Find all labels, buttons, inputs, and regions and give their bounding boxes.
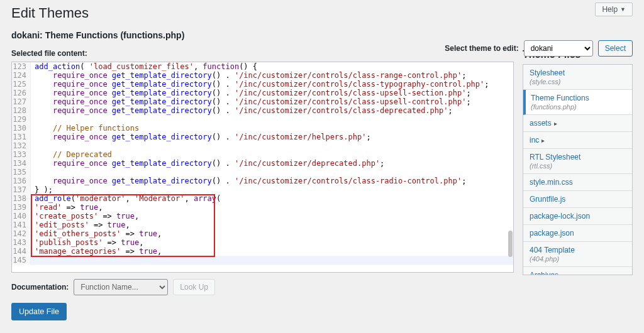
code-content[interactable]: require_once get_template_directory() . … (31, 71, 513, 80)
line-number: 144 (12, 247, 31, 256)
code-content[interactable]: require_once get_template_directory() . … (31, 159, 513, 168)
line-number: 136 (12, 177, 31, 185)
code-content[interactable] (31, 168, 513, 177)
code-content[interactable]: } ); (31, 185, 513, 194)
line-number: 133 (12, 150, 31, 159)
documentation-dropdown[interactable]: Function Name... (74, 279, 168, 295)
code-line[interactable]: 142'edit_others_posts' => true, (12, 229, 513, 238)
code-content[interactable]: add_role('moderator', 'Moderator', array… (31, 194, 513, 203)
code-content[interactable]: require_once get_template_directory() . … (31, 80, 513, 89)
theme-files-list[interactable]: Stylesheet(style.css)Theme Functions(fun… (523, 64, 633, 275)
code-content[interactable]: require_once get_template_directory() . … (31, 133, 513, 141)
line-number: 126 (12, 89, 31, 97)
code-line[interactable]: 141'edit_posts' => true, (12, 221, 513, 229)
line-number: 145 (12, 256, 31, 265)
file-item-inc[interactable]: inc (523, 132, 632, 149)
file-item-stylesheet[interactable]: Stylesheet(style.css) (523, 65, 632, 90)
code-content[interactable]: add_action( 'load_customizer_files', fun… (31, 62, 513, 71)
code-content[interactable]: 'read' => true, (31, 203, 513, 212)
line-number: 141 (12, 221, 31, 229)
code-content[interactable]: 'manage_categories' => true, (31, 247, 513, 256)
code-content[interactable]: 'publish_posts' => true, (31, 238, 513, 247)
code-line[interactable]: 132 (12, 141, 513, 150)
file-item-404-template[interactable]: 404 Template(404.php) (523, 242, 632, 267)
file-item-archives[interactable]: Archives(archive.php) (523, 267, 632, 275)
code-line[interactable]: 128 require_once get_template_directory(… (12, 106, 513, 115)
line-number: 142 (12, 229, 31, 238)
file-item-theme-functions[interactable]: Theme Functions(functions.php) (523, 90, 632, 115)
file-item-label: inc (530, 136, 539, 145)
code-line[interactable]: 145 (12, 256, 513, 265)
file-item-label: package-lock.json (530, 212, 590, 221)
code-content[interactable]: require_once get_template_directory() . … (31, 89, 513, 97)
code-content[interactable]: // Deprecated (31, 150, 513, 159)
file-item-style-min-css[interactable]: style.min.css (523, 174, 632, 191)
line-number: 124 (12, 71, 31, 80)
code-content[interactable]: 'edit_others_posts' => true, (31, 229, 513, 238)
code-line[interactable]: 124 require_once get_template_directory(… (12, 71, 513, 80)
file-item-package-lock-json[interactable]: package-lock.json (523, 208, 632, 225)
code-line[interactable]: 131 require_once get_template_directory(… (12, 133, 513, 141)
code-content[interactable]: require_once get_template_directory() . … (31, 106, 513, 115)
code-content[interactable]: 'edit_posts' => true, (31, 221, 513, 229)
code-line[interactable]: 138add_role('moderator', 'Moderator', ar… (12, 194, 513, 203)
line-number: 140 (12, 212, 31, 221)
file-item-sub: (style.css) (530, 78, 626, 85)
select-theme-button[interactable]: Select (598, 40, 633, 57)
code-line[interactable]: 126 require_once get_template_directory(… (12, 89, 513, 97)
file-item-assets[interactable]: assets (523, 115, 632, 132)
code-line[interactable]: 134 require_once get_template_directory(… (12, 159, 513, 168)
documentation-label: Documentation: (11, 283, 69, 292)
code-editor[interactable]: 123add_action( 'load_customizer_files', … (11, 62, 514, 273)
line-number: 131 (12, 133, 31, 141)
line-number: 143 (12, 238, 31, 247)
line-number: 134 (12, 159, 31, 168)
code-line[interactable]: 127 require_once get_template_directory(… (12, 97, 513, 106)
line-number: 128 (12, 106, 31, 115)
theme-dropdown[interactable]: dokani (524, 40, 593, 57)
code-line[interactable]: 135 (12, 168, 513, 177)
file-item-label: Stylesheet (530, 68, 565, 77)
file-item-sub: (rtl.css) (530, 162, 626, 170)
file-item-rtl-stylesheet[interactable]: RTL Stylesheet(rtl.css) (523, 149, 632, 174)
code-content[interactable]: // Helper functions (31, 124, 513, 133)
page-title: Edit Themes (11, 5, 633, 21)
code-content[interactable]: require_once get_template_directory() . … (31, 97, 513, 106)
code-content[interactable]: require_once get_template_directory() . … (31, 177, 513, 185)
code-content[interactable] (31, 256, 513, 265)
code-line[interactable]: 130 // Helper functions (12, 124, 513, 133)
code-content[interactable] (31, 115, 513, 124)
line-number: 127 (12, 97, 31, 106)
code-line[interactable]: 144'manage_categories' => true, (12, 247, 513, 256)
code-line[interactable]: 137} ); (12, 185, 513, 194)
code-content[interactable] (31, 141, 513, 150)
code-line[interactable]: 125 require_once get_template_directory(… (12, 80, 513, 89)
line-number: 129 (12, 115, 31, 124)
file-item-label: Gruntfile.js (530, 195, 565, 204)
help-button[interactable]: Help ▼ (595, 3, 633, 16)
file-item-label: package.json (530, 229, 574, 237)
line-number: 137 (12, 185, 31, 194)
help-label: Help (602, 5, 618, 14)
line-number: 132 (12, 141, 31, 150)
code-line[interactable]: 133 // Deprecated (12, 150, 513, 159)
line-number: 139 (12, 203, 31, 212)
code-line[interactable]: 140'create_posts' => true, (12, 212, 513, 221)
chevron-down-icon: ▼ (620, 6, 626, 13)
code-line[interactable]: 139'read' => true, (12, 203, 513, 212)
code-line[interactable]: 136 require_once get_template_directory(… (12, 177, 513, 185)
file-item-gruntfile-js[interactable]: Gruntfile.js (523, 191, 632, 208)
code-content[interactable]: 'create_posts' => true, (31, 212, 513, 221)
file-item-label: style.min.css (530, 178, 573, 187)
lookup-button[interactable]: Look Up (173, 279, 215, 295)
code-line[interactable]: 129 (12, 115, 513, 124)
scrollbar-thumb[interactable] (508, 231, 513, 257)
update-file-button[interactable]: Update File (11, 303, 67, 320)
selected-file-content-label: Selected file content: (11, 49, 514, 58)
file-item-package-json[interactable]: package.json (523, 225, 632, 242)
file-item-label: assets (530, 119, 552, 128)
code-line[interactable]: 123add_action( 'load_customizer_files', … (12, 62, 513, 71)
file-item-sub: (404.php) (530, 255, 626, 263)
code-line[interactable]: 143'publish_posts' => true, (12, 238, 513, 247)
line-number: 125 (12, 80, 31, 89)
